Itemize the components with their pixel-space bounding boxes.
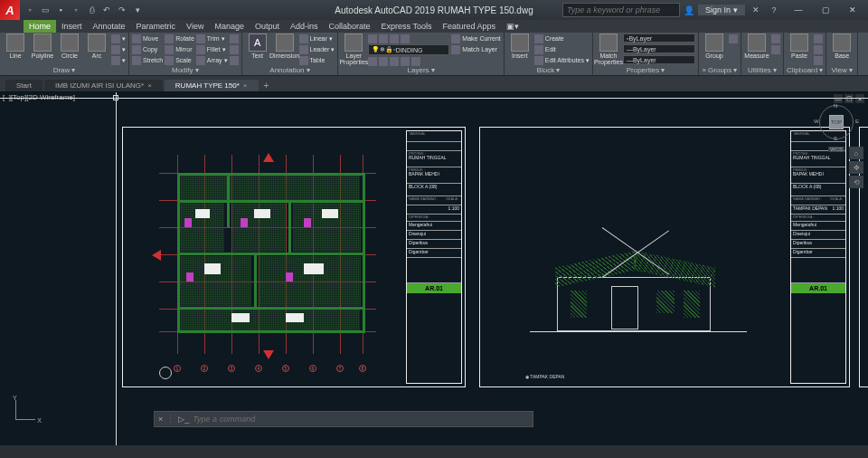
line-button[interactable]: Line	[3, 33, 28, 59]
tab-annotate[interactable]: Annotate	[88, 20, 131, 33]
filetab-imb[interactable]: IMB IZUMI AIR ISI ULANG*×	[44, 80, 163, 91]
clip-misc-3[interactable]	[814, 55, 823, 65]
new-tab-button[interactable]: +	[260, 79, 273, 91]
copy-button[interactable]: Copy	[132, 44, 163, 54]
panel-draw-title[interactable]: Draw ▾	[3, 65, 126, 74]
tab-insert[interactable]: Insert	[56, 20, 88, 33]
lineweight-combo[interactable]: — ByLayer	[623, 44, 695, 53]
panel-utilities-title[interactable]: Utilities ▾	[744, 65, 780, 74]
nav-home-icon[interactable]: ⌂	[849, 147, 863, 159]
make-current-button[interactable]: Make Current	[451, 33, 500, 43]
close-button[interactable]: ✕	[839, 1, 866, 19]
minimize-button[interactable]: —	[785, 1, 812, 19]
tab-home[interactable]: Home	[24, 20, 56, 33]
linear-button[interactable]: Linear ▾	[299, 33, 335, 43]
clip-misc-1[interactable]	[814, 33, 823, 43]
draw-misc-2[interactable]: ▾	[111, 44, 126, 54]
qat-saveas-icon[interactable]: ▫	[69, 3, 83, 17]
close-icon[interactable]: ×	[147, 81, 152, 90]
tab-manage[interactable]: Manage	[209, 20, 250, 33]
dimension-button[interactable]: Dimension	[272, 33, 297, 59]
panel-annotation-title[interactable]: Annotation ▾	[245, 65, 335, 74]
panel-groups-title[interactable]: » Groups ▾	[702, 65, 738, 74]
layer-tools-2[interactable]	[368, 56, 449, 66]
move-button[interactable]: Move	[132, 33, 163, 43]
qat-undo-icon[interactable]: ↶	[99, 3, 114, 17]
cmd-handle-icon[interactable]: ⋮	[166, 415, 175, 424]
edit-attr-button[interactable]: Edit Attributes ▾	[534, 55, 590, 65]
trim-button[interactable]: Trim ▾	[196, 33, 228, 43]
maximize-button[interactable]: ▢	[812, 1, 839, 19]
panel-layers-title[interactable]: Layers ▾	[341, 66, 500, 74]
qat-new-icon[interactable]: ▫	[23, 3, 37, 17]
array-button[interactable]: Array ▾	[196, 55, 228, 65]
util-misc-2[interactable]	[771, 44, 780, 54]
circle-button[interactable]: Circle	[57, 33, 82, 59]
qat-plot-icon[interactable]: ⎙	[84, 3, 99, 17]
tab-parametric[interactable]: Parametric	[131, 20, 182, 33]
match-layer-button[interactable]: Match Layer	[451, 44, 500, 54]
tab-collaborate[interactable]: Collaborate	[324, 20, 376, 33]
fillet-button[interactable]: Fillet ▾	[196, 44, 228, 54]
nav-orbit-icon[interactable]: ⟲	[849, 176, 863, 188]
qat-save-icon[interactable]: ▪	[53, 3, 68, 17]
qat-open-icon[interactable]: ▭	[38, 3, 52, 17]
panel-modify-title[interactable]: Modify ▾	[132, 65, 239, 74]
vp-close-icon[interactable]: ×	[855, 94, 864, 103]
edit-block-button[interactable]: Edit	[534, 44, 590, 54]
qat-redo-icon[interactable]: ↷	[115, 3, 129, 17]
panel-clipboard-title[interactable]: Clipboard ▾	[787, 65, 823, 74]
paste-button[interactable]: Paste	[787, 33, 812, 59]
tab-addins[interactable]: Add-ins	[285, 20, 324, 33]
modify-misc-2[interactable]	[230, 44, 239, 54]
layer-properties-button[interactable]: Layer Properties	[341, 33, 366, 65]
command-input[interactable]	[193, 415, 529, 424]
vp-max-icon[interactable]: ▢	[844, 94, 854, 103]
match-properties-button[interactable]: Match Properties	[596, 33, 621, 65]
vp-min-icon[interactable]: —	[834, 94, 843, 103]
clip-misc-2[interactable]	[814, 44, 823, 54]
layer-tools-1[interactable]	[368, 33, 449, 43]
linetype-combo[interactable]: — ByLayer	[623, 55, 695, 64]
rotate-button[interactable]: Rotate	[165, 33, 194, 43]
color-combo[interactable]: ▫ ByLayer	[623, 33, 695, 43]
tab-output[interactable]: Output	[250, 20, 285, 33]
scale-button[interactable]: Scale	[165, 55, 194, 65]
table-button[interactable]: Table	[299, 55, 335, 65]
mirror-button[interactable]: Mirror	[165, 44, 194, 54]
nav-pan-icon[interactable]: ✥	[849, 161, 863, 174]
tab-view[interactable]: View	[181, 20, 209, 33]
layer-combo[interactable]: 💡❄🔒▫ DINDING	[368, 44, 449, 55]
filetab-start[interactable]: Start	[5, 80, 42, 91]
panel-block-title[interactable]: Block ▾	[507, 65, 590, 74]
tab-expander-icon[interactable]: ▣▾	[501, 20, 524, 33]
app-logo[interactable]: A	[0, 0, 20, 20]
measure-button[interactable]: Measure	[744, 33, 769, 59]
modify-misc-1[interactable]	[230, 33, 239, 43]
tab-express[interactable]: Express Tools	[376, 20, 438, 33]
panel-view-title[interactable]: View ▾	[829, 65, 854, 74]
base-button[interactable]: Base	[829, 33, 854, 59]
text-button[interactable]: AText	[245, 33, 270, 59]
viewcube[interactable]: TOP N S W E WCS	[819, 105, 854, 139]
draw-misc-1[interactable]: ▾	[111, 33, 126, 43]
insert-button[interactable]: Insert	[507, 33, 533, 59]
polyline-button[interactable]: Polyline	[30, 33, 55, 59]
qat-dropdown-icon[interactable]: ▾	[130, 3, 145, 17]
leader-button[interactable]: Leader ▾	[299, 44, 335, 54]
cmd-close-icon[interactable]: ×	[158, 415, 163, 424]
close-icon[interactable]: ×	[243, 81, 248, 90]
command-line[interactable]: × ⋮ ▷_	[154, 411, 533, 427]
group-misc[interactable]	[729, 33, 738, 43]
tab-featured[interactable]: Featured Apps	[437, 20, 501, 33]
signin-button[interactable]: Sign In▾	[698, 5, 745, 15]
help-icon[interactable]: ?	[767, 3, 781, 17]
panel-properties-title[interactable]: Properties ▾	[596, 65, 695, 74]
create-block-button[interactable]: Create	[534, 33, 590, 43]
util-misc-1[interactable]	[771, 33, 780, 43]
draw-misc-3[interactable]: ▾	[111, 55, 126, 65]
modify-misc-3[interactable]	[230, 55, 239, 65]
exchange-icon[interactable]: ✕	[749, 3, 763, 17]
arc-button[interactable]: Arc	[84, 33, 109, 59]
filetab-rumah[interactable]: RUMAH TYPE 150*×	[165, 80, 259, 91]
